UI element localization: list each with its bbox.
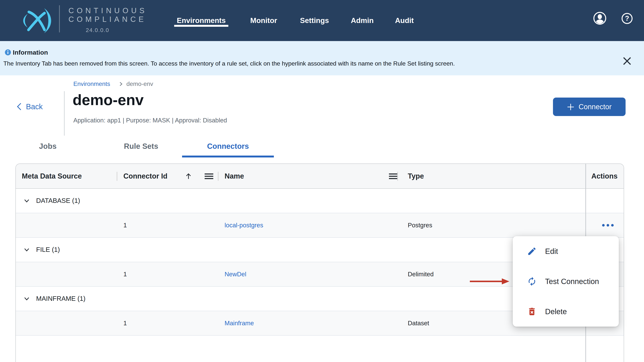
app-version: 24.0.0.0: [86, 27, 109, 33]
brand-line2: COMPLIANCE: [68, 15, 147, 24]
column-header-connector-id[interactable]: Connector Id: [124, 172, 168, 180]
connector-name-link[interactable]: local-postgres: [224, 222, 263, 229]
row-actions-context-menu: Edit Test Connection Delete: [513, 236, 619, 327]
chevron-down-icon[interactable]: [23, 295, 30, 302]
page-title: demo-env: [72, 92, 144, 108]
top-nav: CONTINUOUS COMPLIANCE 24.0.0.0 Environme…: [0, 0, 644, 41]
chevron-down-icon[interactable]: [23, 246, 30, 253]
connector-name-link[interactable]: NewDel: [224, 271, 246, 278]
menu-item-label: Edit: [545, 247, 558, 256]
info-banner: Information The Inventory Tab has been r…: [0, 41, 644, 75]
add-connector-label: Connector: [578, 103, 612, 111]
nav-item-admin[interactable]: Admin: [351, 0, 374, 41]
plus-icon: [567, 103, 574, 111]
column-divider: [218, 172, 218, 181]
row-actions-menu-icon[interactable]: [601, 223, 615, 228]
column-header-type[interactable]: Type: [408, 172, 424, 180]
chevron-down-icon[interactable]: [23, 197, 30, 204]
group-label: FILE (1): [36, 246, 60, 254]
sort-asc-arrow-icon[interactable]: [184, 172, 192, 180]
connector-type-cell: Postgres: [408, 222, 432, 229]
group-label: DATABASE (1): [36, 197, 80, 205]
tab-rule-sets[interactable]: Rule Sets: [124, 142, 158, 151]
tab-connectors[interactable]: Connectors: [207, 142, 249, 151]
brand-divider: [59, 5, 60, 32]
svg-text:?: ?: [625, 15, 629, 22]
banner-message: The Inventory Tab has been removed from …: [4, 60, 455, 67]
column-menu-icon[interactable]: [389, 173, 398, 179]
menu-item-delete[interactable]: Delete: [513, 296, 619, 327]
column-header-name[interactable]: Name: [224, 172, 244, 180]
back-button[interactable]: Back: [16, 101, 43, 113]
brand-name: CONTINUOUS COMPLIANCE: [68, 7, 147, 24]
connector-id-cell: 1: [124, 222, 127, 229]
sync-icon: [527, 276, 537, 286]
connector-type-cell: Dataset: [408, 320, 429, 327]
breadcrumb-parent-link[interactable]: Environments: [73, 81, 110, 87]
brand-line1: CONTINUOUS: [68, 7, 147, 15]
nav-item-audit[interactable]: Audit: [395, 0, 414, 41]
connector-id-cell: 1: [124, 271, 127, 278]
active-tab-underline: [182, 155, 274, 157]
group-label: MAINFRAME (1): [36, 295, 86, 303]
nav-item-settings[interactable]: Settings: [300, 0, 329, 41]
breadcrumb-current: demo-env: [126, 81, 153, 87]
page-subtitle: Application: app1 | Purpose: MASK | Appr…: [73, 117, 227, 124]
column-header-actions: Actions: [591, 172, 618, 180]
header-divider: [64, 91, 65, 136]
connector-type-cell: Delimited: [408, 271, 434, 278]
column-divider: [397, 172, 398, 181]
user-account-icon[interactable]: [593, 11, 607, 25]
column-header-meta-data-source[interactable]: Meta Data Source: [22, 172, 82, 180]
add-connector-button[interactable]: Connector: [553, 98, 626, 116]
app-root: CONTINUOUS COMPLIANCE 24.0.0.0 Environme…: [0, 0, 644, 362]
tab-jobs[interactable]: Jobs: [39, 142, 56, 151]
connector-id-cell: 1: [124, 320, 127, 327]
connector-name-link[interactable]: Mainframe: [224, 320, 254, 327]
table-header: Meta Data Source Connector Id Name Type …: [16, 164, 624, 189]
trash-icon: [527, 307, 537, 316]
nav-item-environments[interactable]: Environments: [177, 0, 226, 41]
help-icon[interactable]: ?: [621, 13, 633, 25]
menu-item-test-connection[interactable]: Test Connection: [513, 266, 619, 296]
annotation-arrow: [470, 278, 510, 285]
breadcrumb-chevron-icon: [118, 81, 124, 87]
column-divider: [116, 172, 117, 181]
column-menu-icon[interactable]: [205, 173, 213, 179]
nav-item-monitor[interactable]: Monitor: [250, 0, 277, 41]
delphix-logo-icon: [13, 6, 60, 35]
menu-item-label: Test Connection: [545, 277, 599, 286]
menu-item-label: Delete: [545, 307, 567, 316]
table-empty-area: [16, 336, 624, 362]
close-icon[interactable]: [622, 55, 633, 67]
pencil-icon: [527, 246, 537, 256]
back-chevron-icon: [16, 102, 22, 111]
menu-item-edit[interactable]: Edit: [513, 236, 619, 266]
table-row-local-postgres: 1 local-postgres Postgres: [16, 213, 624, 238]
back-label: Back: [26, 102, 43, 111]
group-row-database[interactable]: DATABASE (1): [16, 189, 624, 213]
info-icon: [5, 49, 11, 55]
banner-title: Information: [13, 49, 48, 57]
